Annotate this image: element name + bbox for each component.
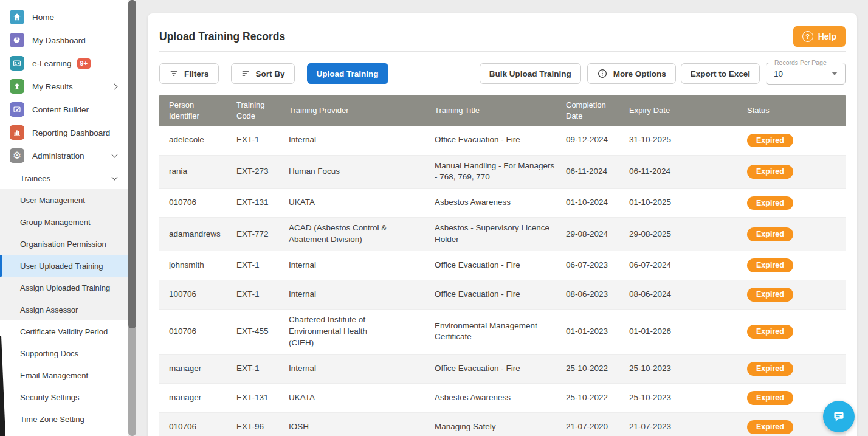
cell-person-identifier: 010706 xyxy=(159,310,227,355)
cell-expiry-date: 29-08-2025 xyxy=(619,218,737,251)
sidebar-item-label: Organisation Permission xyxy=(20,240,106,249)
sidebar-item-label: Group Management xyxy=(20,218,91,227)
sidebar-scrollbar-track[interactable] xyxy=(128,0,136,436)
cell-person-identifier: adamandrews xyxy=(159,218,227,251)
export-to-excel-button-label: Export to Excel xyxy=(691,69,750,78)
cell-completion-date: 08-06-2023 xyxy=(556,280,619,310)
home-icon xyxy=(10,10,24,24)
cell-training-code: EXT-1 xyxy=(227,280,279,310)
sidebar-item-security-settings[interactable]: Security Settings xyxy=(0,386,128,408)
sidebar-item-label: Administration xyxy=(32,151,84,161)
sidebar-item-certificate-validity-period[interactable]: Certificate Validity Period xyxy=(0,320,128,342)
table-row: manager EXT-1 Internal Office Evacuation… xyxy=(159,354,846,383)
cell-training-provider: Chartered Institute of Environmental Hea… xyxy=(279,310,425,355)
sidebar-item-label: Home xyxy=(32,13,54,22)
cell-expiry-date: 31-10-2025 xyxy=(619,126,737,155)
sidebar-item-label: Certificate Validity Period xyxy=(20,327,108,336)
gear-icon: ⚙ xyxy=(10,148,24,163)
sidebar-item-assign-uploaded-training[interactable]: Assign Uploaded Training xyxy=(0,277,128,299)
sidebar-item-supporting-docs[interactable]: Supporting Docs xyxy=(0,342,128,364)
sidebar-item-home[interactable]: Home xyxy=(0,5,128,29)
cell-training-provider: UKATA xyxy=(279,189,425,218)
sidebar-item-label: Trainees xyxy=(20,174,50,183)
cell-expiry-date: 06-11-2024 xyxy=(619,155,737,189)
export-to-excel-button[interactable]: Export to Excel xyxy=(681,63,760,84)
cell-person-identifier: adelecole xyxy=(159,126,227,155)
sidebar-item-administration[interactable]: ⚙ Administration xyxy=(0,144,128,167)
cell-training-title: Asbestos - Supervisory Licence Holder xyxy=(425,218,556,251)
cell-completion-date: 01-01-2023 xyxy=(556,310,619,355)
sidebar-item-label: My Results xyxy=(32,82,73,91)
cell-training-title: Asbestos Awareness xyxy=(425,189,556,218)
sidebar-item-elearning[interactable]: e-Learning 9+ xyxy=(0,52,128,75)
cell-expiry-date: 08-06-2024 xyxy=(619,280,737,310)
table-row: 100706 EXT-1 Internal Office Evacuation … xyxy=(159,280,846,310)
status-badge: Expired xyxy=(747,258,793,272)
chevron-down-icon xyxy=(112,174,118,180)
cell-expiry-date: 25-10-2023 xyxy=(619,354,737,383)
cell-training-code: EXT-772 xyxy=(227,218,279,251)
cell-completion-date: 29-08-2024 xyxy=(556,218,619,251)
column-header-expiry-date: Expiry Date xyxy=(619,95,737,126)
cell-training-provider: ACAD (Asbestos Control & Abatement Divis… xyxy=(279,218,425,251)
sidebar-item-assign-assessor[interactable]: Assign Assessor xyxy=(0,299,128,320)
sidebar-item-content-builder[interactable]: Content Builder xyxy=(0,98,128,121)
cell-training-provider: Internal xyxy=(279,126,425,155)
cell-person-identifier: manager xyxy=(159,354,227,383)
cell-expiry-date: 25-10-2023 xyxy=(619,383,737,412)
sidebar-item-trainees[interactable]: Trainees xyxy=(0,167,128,189)
reporting-icon xyxy=(10,125,24,140)
sidebar-item-label: Supporting Docs xyxy=(20,349,78,358)
status-badge: Expired xyxy=(747,227,793,241)
status-badge: Expired xyxy=(747,288,793,302)
status-badge: Expired xyxy=(747,391,793,405)
sidebar-item-time-zone-setting[interactable]: Time Zone Setting xyxy=(0,408,128,430)
sidebar-item-user-management[interactable]: User Management xyxy=(0,189,128,211)
cell-training-title: Asbestos Awareness xyxy=(425,383,556,412)
cell-training-code: EXT-96 xyxy=(227,412,279,436)
filter-icon xyxy=(169,69,179,78)
status-badge: Expired xyxy=(747,165,793,179)
help-button[interactable]: ? Help xyxy=(793,26,846,47)
column-header-completion-date: Completion Date xyxy=(556,95,619,126)
cell-person-identifier: 010706 xyxy=(159,189,227,218)
sidebar-item-reporting-dashboard[interactable]: Reporting Dashboard xyxy=(0,121,128,144)
sidebar-item-my-dashboard[interactable]: My Dashboard xyxy=(0,29,128,52)
cell-expiry-date: 06-07-2024 xyxy=(619,251,737,280)
sidebar-item-label: User Management xyxy=(20,196,85,205)
cell-training-code: EXT-455 xyxy=(227,310,279,355)
table-row: 010706 EXT-96 IOSH Managing Safely 21-07… xyxy=(159,412,846,436)
sidebar-item-my-results[interactable]: My Results xyxy=(0,75,128,98)
table-row: rania EXT-273 Human Focus Manual Handlin… xyxy=(159,155,846,189)
more-options-button-label: More Options xyxy=(613,69,666,78)
status-badge: Expired xyxy=(747,362,793,376)
sidebar-scrollbar-thumb[interactable] xyxy=(128,0,136,328)
sidebar: Home My Dashboard e-Learning 9+ My Resul… xyxy=(0,0,128,436)
chat-widget-button[interactable] xyxy=(823,401,855,432)
more-options-button[interactable]: More Options xyxy=(587,63,676,84)
sort-by-button[interactable]: Sort By xyxy=(231,63,295,84)
cell-training-provider: UKATA xyxy=(279,383,425,412)
sidebar-item-label: Assign Uploaded Training xyxy=(20,283,110,292)
cell-person-identifier: rania xyxy=(159,155,227,189)
filters-button[interactable]: Filters xyxy=(159,63,219,84)
cell-training-provider: Internal xyxy=(279,251,425,280)
cell-completion-date: 25-10-2022 xyxy=(556,354,619,383)
column-header-training-code: Training Code xyxy=(227,95,279,126)
sidebar-item-user-uploaded-training[interactable]: User Uploaded Training xyxy=(0,255,128,277)
records-per-page-select[interactable]: Records Per Page 10 xyxy=(766,63,846,85)
cell-expiry-date: 21-07-2023 xyxy=(619,412,737,436)
bulk-upload-training-button[interactable]: Bulk Upload Training xyxy=(480,63,581,84)
cell-training-code: EXT-273 xyxy=(227,155,279,189)
cell-training-code: EXT-1 xyxy=(227,126,279,155)
elearning-icon xyxy=(10,56,24,71)
sidebar-item-email-management[interactable]: Email Management xyxy=(0,364,128,386)
upload-training-button[interactable]: Upload Training xyxy=(307,63,388,84)
table-row: 010706 EXT-131 UKATA Asbestos Awareness … xyxy=(159,189,846,218)
cell-training-code: EXT-131 xyxy=(227,189,279,218)
sort-by-button-label: Sort By xyxy=(256,69,285,78)
cell-completion-date: 06-07-2023 xyxy=(556,251,619,280)
sidebar-item-group-management[interactable]: Group Management xyxy=(0,211,128,233)
cell-training-provider: Internal xyxy=(279,280,425,310)
sidebar-item-organisation-permission[interactable]: Organisation Permission xyxy=(0,233,128,255)
